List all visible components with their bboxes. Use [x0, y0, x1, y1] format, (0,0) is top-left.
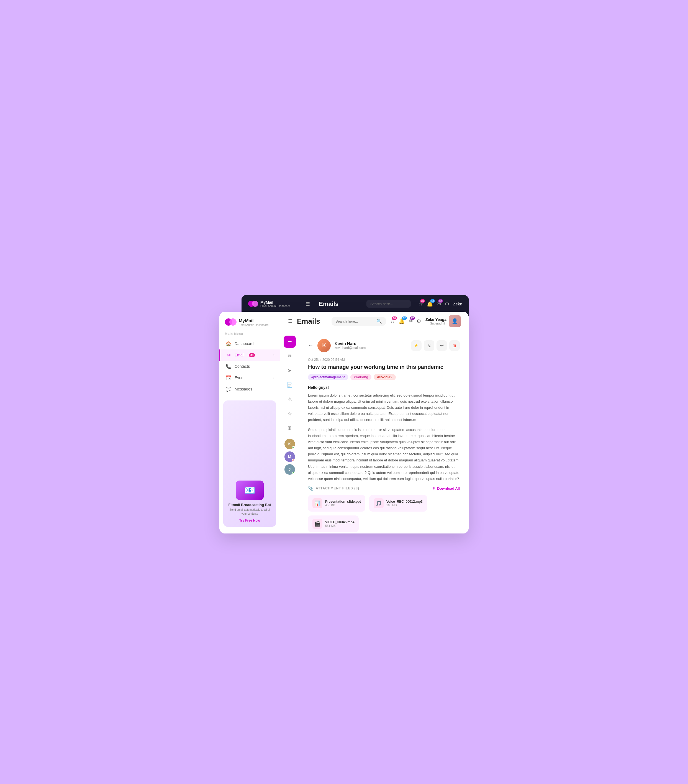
email-body-1: Lorem ipsum dolor sit amet, consectetur … — [308, 392, 460, 423]
email-tag-0: #projectmanagement — [308, 374, 348, 380]
email-greeting: Hello guys! — [308, 385, 460, 390]
attachment-1-icon: 🎵 — [374, 498, 384, 508]
main-card: MyMail Email Admin Dashboard Main Menu 🏠… — [219, 312, 469, 534]
sidebar-item-dashboard-label: Dashboard — [235, 341, 254, 346]
promo-button[interactable]: Try Free Now — [239, 519, 260, 522]
paperclip-icon: 📎 — [308, 486, 314, 491]
bg-hamburger-icon: ☰ — [305, 301, 310, 307]
email-avatar-3[interactable]: J — [284, 464, 295, 475]
sidebar-item-messages-label: Messages — [235, 387, 252, 391]
event-nav-arrow: › — [273, 376, 274, 380]
download-all-button[interactable]: ⬇ Download All — [432, 486, 460, 491]
attachment-1[interactable]: 🎵 Voice_REC_00012.mp3 163 MB — [369, 495, 427, 512]
email-sidebar-star-btn[interactable]: ☆ — [284, 408, 296, 420]
promo-desc: Send email automatically to all of your … — [228, 508, 272, 516]
sender-info: Kevin Hard kevinhard@mail.com — [335, 341, 407, 350]
header-user-role: Superadmin — [425, 322, 447, 325]
bg-settings-btn[interactable]: ⚙ — [445, 301, 449, 307]
top-header: ☰ Emails 🔍 ☆ 38 🔔 12 ✉ — [280, 312, 469, 331]
attachment-2-name: VIDEO_00345.mp4 — [325, 520, 354, 524]
email-nav-arrow: › — [273, 353, 274, 357]
sidebar-item-messages[interactable]: 💬 Messages — [219, 384, 280, 395]
bg-bell-badge: 12 — [430, 299, 435, 303]
email-nav-badge: 38 — [249, 353, 255, 357]
email-date: Oct 25th, 2020 02:54 AM — [308, 358, 460, 362]
bg-user-name: Zeke — [453, 302, 462, 306]
star-button[interactable]: ★ — [411, 340, 422, 351]
header-star-btn[interactable]: ☆ 38 — [390, 318, 395, 324]
attachment-0-name: Presentation_slide.ppt — [325, 500, 361, 504]
email-top-bar: ← K Kevin Hard kevinhard@mail.com ★ 🖨 ↩ … — [308, 339, 460, 352]
avatar-1-status-dot — [292, 446, 295, 449]
avatar-2-status-dot — [292, 459, 295, 462]
header-search-input[interactable] — [335, 319, 374, 323]
header-bell-badge: 12 — [402, 316, 407, 320]
email-content: ← K Kevin Hard kevinhard@mail.com ★ 🖨 ↩ … — [299, 331, 469, 534]
email-body-2: Sed ut perspiciatis unde omnis iste natu… — [308, 427, 460, 482]
main-content: ☰ Emails 🔍 ☆ 38 🔔 12 ✉ — [280, 312, 469, 534]
email-avatar-1[interactable]: K — [284, 439, 295, 449]
bg-star-btn[interactable]: ☆ 38 — [419, 301, 423, 307]
bg-logo-subtitle: Email Admin Dashboard — [260, 305, 290, 308]
avatar: 👤 — [449, 315, 461, 327]
header-icons: ☆ 38 🔔 12 ✉ 67 ⚙ — [390, 318, 421, 324]
email-sidebar-spam-btn[interactable]: ⚠ — [284, 393, 296, 405]
sidebar-item-dashboard[interactable]: 🏠 Dashboard — [219, 338, 280, 349]
bg-mail-btn[interactable]: ✉ 67 — [437, 301, 441, 307]
header-mail-btn[interactable]: ✉ 67 — [409, 318, 413, 324]
sidebar-item-email-label: Email — [235, 353, 244, 357]
sender-name: Kevin Hard — [335, 341, 407, 346]
avatar-3-status-dot — [292, 472, 295, 474]
header-user-name: Zeke Yeaga — [425, 317, 447, 322]
contacts-icon: 📞 — [226, 364, 231, 369]
header-bell-btn[interactable]: 🔔 12 — [399, 318, 405, 324]
sender-email: kevinhard@mail.com — [335, 346, 407, 350]
email-sidebar-compose-btn[interactable]: ✉ — [284, 350, 296, 362]
header-hamburger-icon[interactable]: ☰ — [288, 318, 292, 324]
sidebar: MyMail Email Admin Dashboard Main Menu 🏠… — [219, 312, 280, 534]
bg-bell-btn[interactable]: 🔔 12 — [427, 301, 433, 307]
email-icon: ✉ — [226, 352, 231, 358]
bg-search-input[interactable] — [366, 300, 411, 308]
sidebar-logo-subtitle: Email Admin Dashboard — [239, 323, 268, 326]
sender-avatar: K — [317, 339, 331, 352]
email-sidebar-trash-btn[interactable]: 🗑 — [284, 422, 296, 434]
header-mail-badge: 67 — [410, 316, 415, 320]
header-user: Zeke Yeaga Superadmin 👤 — [425, 315, 461, 327]
bg-page-title: Emails — [319, 300, 338, 308]
sidebar-item-event[interactable]: 📅 Event › — [219, 372, 280, 384]
sidebar-item-contacts[interactable]: 📞 Contacts — [219, 361, 280, 372]
download-icon: ⬇ — [432, 486, 435, 491]
delete-button[interactable]: 🗑 — [449, 340, 460, 351]
email-sidebar-menu-btn[interactable]: ☰ — [284, 336, 296, 348]
reply-button[interactable]: ↩ — [437, 340, 447, 351]
header-settings-btn[interactable]: ⚙ — [417, 318, 421, 324]
bg-logo: MyMail Email Admin Dashboard — [248, 300, 290, 308]
search-icon[interactable]: 🔍 — [376, 319, 382, 324]
sidebar-promo: 📧 Fitmail Broadcasting Bot Send email au… — [223, 400, 276, 527]
attachment-2-size: 531 MB — [325, 524, 354, 527]
print-button[interactable]: 🖨 — [424, 340, 434, 351]
attachment-1-name: Voice_REC_00012.mp3 — [386, 500, 423, 504]
email-avatar-2[interactable]: M — [284, 451, 295, 462]
header-search-container: 🔍 — [332, 317, 386, 326]
email-avatars: K M J — [284, 439, 295, 475]
email-sidebar-drafts-btn[interactable]: 📄 — [284, 379, 296, 391]
email-actions: ★ 🖨 ↩ 🗑 — [411, 340, 460, 351]
email-sidebar-send-btn[interactable]: ➤ — [284, 364, 296, 377]
bg-logo-name: MyMail — [260, 300, 290, 305]
back-button[interactable]: ← — [308, 342, 314, 349]
header-page-title: Emails — [297, 317, 320, 326]
sidebar-item-contacts-label: Contacts — [235, 364, 250, 369]
sidebar-item-event-label: Event — [235, 376, 245, 380]
attachments-list: 📊 Presentation_slide.ppt 456 KB 🎵 Voice_… — [308, 495, 460, 532]
attachments-label: ATTACHMENT FILES (3) — [316, 486, 359, 490]
attachments-header: 📎 ATTACHMENT FILES (3) ⬇ Download All — [308, 486, 460, 491]
sidebar-item-email[interactable]: ✉ Email 38 › — [219, 349, 280, 361]
email-tag-2: #covid-19 — [374, 374, 396, 380]
attachment-2[interactable]: 🎬 VIDEO_00345.mp4 531 MB — [308, 516, 359, 532]
promo-title: Fitmail Broadcasting Bot — [228, 503, 271, 507]
attachment-0[interactable]: 📊 Presentation_slide.ppt 456 KB — [308, 495, 365, 512]
attachment-2-icon: 🎬 — [312, 519, 322, 529]
attachment-1-size: 163 MB — [386, 504, 423, 507]
